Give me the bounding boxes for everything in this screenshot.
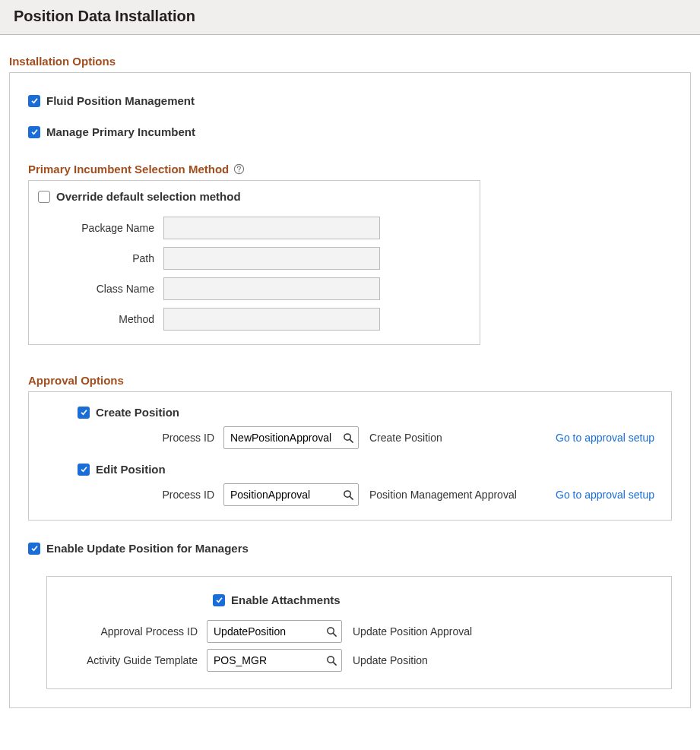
path-input[interactable] [163,247,380,270]
fluid-position-mgmt-checkbox[interactable] [28,95,40,107]
edit-position-label: Edit Position [96,463,166,476]
override-default-selection-checkbox[interactable] [38,191,50,203]
create-approval-setup-link[interactable]: Go to approval setup [556,432,654,444]
approval-process-id-desc: Update Position Approval [342,625,472,638]
method-input[interactable] [163,308,380,331]
svg-line-9 [333,662,336,665]
path-label: Path [38,252,163,264]
package-name-input[interactable] [163,217,380,239]
activity-guide-template-desc: Update Position [342,654,428,666]
edit-process-id-desc: Position Management Approval [359,489,517,501]
installation-options-box: Fluid Position Management Manage Primary… [9,72,691,708]
method-label: Method [38,313,163,325]
class-name-input[interactable] [163,277,380,300]
activity-guide-template-label: Activity Guide Template [61,654,207,666]
primary-incumbent-method-heading: Primary Incumbent Selection Method [28,163,229,176]
page-title: Position Data Installation [14,8,686,25]
svg-point-1 [239,171,240,172]
enable-update-position-mgr-label: Enable Update Position for Managers [46,542,249,555]
help-icon[interactable] [233,163,245,175]
override-default-selection-label: Override default selection method [56,190,241,203]
approval-process-id-label: Approval Process ID [61,625,207,638]
approval-options-heading: Approval Options [28,374,672,387]
manage-primary-incumbent-checkbox[interactable] [28,126,40,138]
class-name-label: Class Name [38,283,163,295]
create-position-label: Create Position [96,406,179,419]
enable-attachments-checkbox[interactable] [213,594,225,606]
primary-incumbent-method-box: Override default selection method Packag… [28,180,480,345]
approval-process-id-input[interactable] [207,621,321,642]
activity-guide-template-input[interactable] [207,650,321,671]
activity-guide-template-lookup-icon[interactable] [321,650,341,671]
approval-process-id-lookup-icon[interactable] [321,621,341,642]
update-position-mgr-box: Enable Attachments Approval Process ID U… [46,576,672,689]
svg-line-5 [350,496,353,499]
create-process-id-input[interactable] [224,427,338,448]
edit-process-id-label: Process ID [78,489,223,501]
create-process-id-lookup-icon[interactable] [338,427,358,448]
approval-options-box: Create Position Process ID Create Positi… [28,391,672,521]
edit-position-checkbox[interactable] [78,464,90,476]
fluid-position-mgmt-label: Fluid Position Management [46,94,195,107]
edit-approval-setup-link[interactable]: Go to approval setup [556,489,654,501]
create-process-id-desc: Create Position [359,432,442,444]
svg-line-7 [333,633,336,636]
manage-primary-incumbent-label: Manage Primary Incumbent [46,125,195,138]
svg-line-3 [350,439,353,442]
create-position-checkbox[interactable] [78,407,90,419]
edit-process-id-lookup-icon[interactable] [338,484,358,505]
enable-attachments-label: Enable Attachments [231,593,340,606]
package-name-label: Package Name [38,222,163,234]
installation-options-heading: Installation Options [9,55,691,68]
create-process-id-label: Process ID [78,432,223,444]
edit-process-id-input[interactable] [224,484,338,505]
enable-update-position-mgr-checkbox[interactable] [28,543,40,555]
